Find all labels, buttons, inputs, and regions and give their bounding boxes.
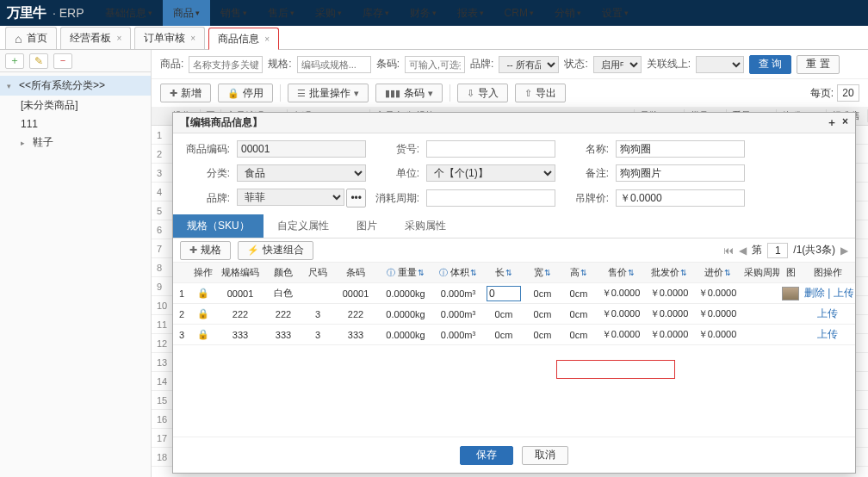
tab-1[interactable]: 订单审核× bbox=[134, 27, 205, 49]
page-tabs: ⌂ 首页 经营看板×订单审核×商品信息× bbox=[0, 26, 868, 50]
subtab-0[interactable]: 规格（SKU） bbox=[173, 214, 264, 238]
brand-select-modal[interactable]: 菲菲 bbox=[237, 189, 344, 206]
add-button[interactable]: ✚新增 bbox=[160, 84, 211, 102]
modal-subtabs: 规格（SKU）自定义属性图片采购属性 bbox=[173, 214, 855, 238]
sku-cost: ￥0.0000 bbox=[693, 307, 741, 320]
unit-select[interactable]: 个【个(1)】 bbox=[426, 164, 555, 182]
brand-more-button[interactable]: ••• bbox=[346, 189, 366, 208]
sku-col-11[interactable]: 售价⇅ bbox=[597, 266, 645, 279]
perpage-input[interactable] bbox=[837, 84, 859, 102]
sku-barcode: 00001 bbox=[333, 288, 378, 299]
sku-col-10[interactable]: 高⇅ bbox=[561, 266, 597, 279]
menu-10[interactable]: 设置▾ bbox=[592, 0, 639, 26]
name-input[interactable] bbox=[616, 140, 745, 158]
tab-home[interactable]: ⌂ 首页 bbox=[5, 27, 57, 49]
sku-col-7[interactable]: ⓘ 体积⇅ bbox=[433, 266, 483, 279]
tree-item-2[interactable]: ▸鞋子 bbox=[0, 133, 151, 152]
itemno-label: 货号: bbox=[373, 142, 419, 157]
cat-select[interactable]: 食品 bbox=[237, 164, 366, 182]
disable-button[interactable]: 🔒停用 bbox=[218, 84, 273, 102]
status-label: 状态: bbox=[564, 57, 587, 71]
sku-wholesale: ￥0.0000 bbox=[645, 307, 693, 320]
link-select[interactable] bbox=[696, 56, 744, 73]
subtab-1[interactable]: 自定义属性 bbox=[264, 214, 343, 238]
sku-color: 333 bbox=[264, 330, 302, 340]
cancel-label: 取消 bbox=[535, 448, 555, 462]
pager-next-icon[interactable]: ▶ bbox=[840, 245, 848, 257]
remark-input[interactable] bbox=[616, 164, 745, 182]
sku-quick-button[interactable]: ⚡快速组合 bbox=[238, 241, 313, 260]
sku-price: ￥0.0000 bbox=[597, 328, 645, 341]
close-icon[interactable]: × bbox=[190, 34, 195, 43]
tab-0[interactable]: 经营看板× bbox=[60, 27, 131, 49]
search-button[interactable]: 查 询 bbox=[749, 55, 791, 74]
menu-0[interactable]: 基础信息▾ bbox=[95, 0, 163, 26]
subtab-3[interactable]: 采购属性 bbox=[391, 214, 460, 238]
modal-expand-icon[interactable]: ＋ bbox=[827, 115, 837, 130]
cancel-button[interactable]: 取消 bbox=[522, 446, 568, 465]
sidebar: ＋ ✎ － ▾ <<所有系统分类>> [未分类商品]111▸鞋子 bbox=[0, 50, 152, 477]
tree-add-button[interactable]: ＋ bbox=[5, 53, 24, 69]
batch-button[interactable]: ☰批量操作▾ bbox=[288, 84, 369, 102]
sku-col-9[interactable]: 宽⇅ bbox=[524, 266, 561, 279]
barcode-button[interactable]: ▮▮▮条码▾ bbox=[375, 84, 443, 102]
sku-lock-icon[interactable]: 🔒 bbox=[190, 288, 216, 299]
subtab-2[interactable]: 图片 bbox=[343, 214, 391, 238]
barcode-input[interactable] bbox=[405, 56, 465, 73]
export-button[interactable]: ⇧导出 bbox=[515, 84, 566, 102]
plus-icon: ✚ bbox=[189, 245, 197, 256]
menu-2[interactable]: 销售▾ bbox=[210, 0, 257, 26]
menu-8[interactable]: CRM▾ bbox=[494, 0, 544, 26]
sku-col-12[interactable]: 批发价⇅ bbox=[645, 266, 693, 279]
close-icon[interactable]: × bbox=[264, 34, 270, 44]
sku-col-6[interactable]: ⓘ 重量⇅ bbox=[378, 266, 433, 279]
tree-item-1[interactable]: 111 bbox=[0, 115, 151, 133]
menu-6[interactable]: 财务▾ bbox=[400, 0, 447, 26]
tree-edit-button[interactable]: ✎ bbox=[29, 53, 48, 69]
menu-1[interactable]: 商品▾ bbox=[163, 0, 210, 26]
sku-lock-icon[interactable]: 🔒 bbox=[190, 308, 216, 319]
menu-5[interactable]: 库存▾ bbox=[352, 0, 400, 26]
import-button[interactable]: ⇩导入 bbox=[457, 84, 508, 102]
highlight-box bbox=[556, 360, 675, 379]
save-button[interactable]: 保存 bbox=[460, 446, 513, 465]
modal-title: 【编辑商品信息】 bbox=[180, 115, 263, 130]
product-input[interactable] bbox=[189, 56, 263, 73]
pager-page-input[interactable] bbox=[767, 243, 788, 258]
sku-lock-icon[interactable]: 🔒 bbox=[190, 329, 216, 340]
modal-titlebar: 【编辑商品信息】 ＋ × bbox=[173, 113, 855, 133]
sku-action-link[interactable]: 删除 | 上传 bbox=[804, 287, 853, 299]
menu-3[interactable]: 售后▾ bbox=[257, 0, 305, 26]
modal-close-icon[interactable]: × bbox=[842, 115, 848, 130]
menu-4[interactable]: 采购▾ bbox=[305, 0, 352, 26]
close-icon[interactable]: × bbox=[116, 34, 121, 43]
sku-add-label: 规格 bbox=[201, 243, 221, 257]
sku-length: 0cm bbox=[483, 309, 524, 319]
sku-code: 222 bbox=[216, 309, 264, 319]
cycle-input[interactable] bbox=[426, 189, 555, 207]
spec-input[interactable] bbox=[297, 56, 371, 73]
sku-weight: 0.0000kg bbox=[378, 309, 433, 319]
tree-delete-button[interactable]: － bbox=[53, 53, 72, 69]
sku-col-13[interactable]: 进价⇅ bbox=[693, 266, 741, 279]
menu-9[interactable]: 分销▾ bbox=[544, 0, 592, 26]
reset-button[interactable]: 重 置 bbox=[797, 55, 839, 74]
sku-action-link[interactable]: 上传 bbox=[817, 328, 838, 340]
brand-select[interactable]: -- 所有品牌 -- bbox=[499, 56, 559, 73]
menu-7[interactable]: 报表▾ bbox=[447, 0, 494, 26]
status-select[interactable]: 启用中 bbox=[593, 56, 642, 73]
sku-action-link[interactable]: 上传 bbox=[817, 307, 838, 319]
tab-2[interactable]: 商品信息× bbox=[208, 28, 279, 50]
tagprice-input[interactable] bbox=[616, 189, 745, 207]
sku-col-8[interactable]: 长⇅ bbox=[483, 266, 524, 279]
tree-root[interactable]: ▾ <<所有系统分类>> bbox=[0, 76, 151, 96]
code-input[interactable] bbox=[237, 140, 366, 158]
cat-label: 分类: bbox=[183, 166, 230, 181]
itemno-input[interactable] bbox=[426, 140, 555, 158]
pager-prev-icon[interactable]: ◀ bbox=[739, 245, 747, 257]
tree-item-0[interactable]: [未分类商品] bbox=[0, 96, 151, 115]
length-input[interactable] bbox=[487, 286, 521, 301]
pager-label: 第 bbox=[752, 243, 762, 257]
pager-first-icon[interactable]: ⏮ bbox=[723, 245, 734, 257]
sku-add-button[interactable]: ✚规格 bbox=[180, 241, 231, 260]
